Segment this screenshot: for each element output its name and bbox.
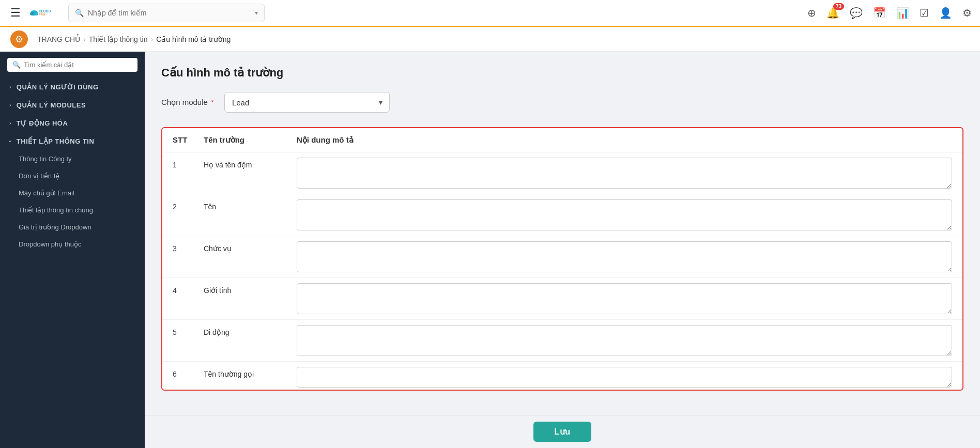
sidebar-group-header-tu-dong-hoa[interactable]: › TỰ ĐỘNG HÓA [0, 114, 145, 132]
sidebar-group-label-quan-ly-modules: QUẢN LÝ MODULES [17, 101, 86, 109]
row-num-3: 3 [173, 241, 204, 253]
sidebar-group-header-quan-ly-nguoi-dung[interactable]: › QUẢN LÝ NGƯỜI DÙNG [0, 78, 145, 96]
sidebar-search[interactable]: 🔍 [7, 58, 137, 72]
svg-text:PRO: PRO [39, 13, 45, 16]
module-select-wrapper[interactable]: Lead Contact Account Deal Task ▾ [224, 92, 390, 113]
col-header-ten-truong: Tên trường [204, 135, 297, 145]
save-bar: Lưu [145, 415, 980, 448]
row-textarea-5[interactable] [297, 325, 952, 356]
search-icon: 🔍 [75, 9, 84, 17]
module-select-label: Chọn module * [161, 98, 214, 107]
chart-icon[interactable]: 📊 [896, 7, 909, 19]
chevron-right-icon: › [9, 84, 11, 90]
svg-text:CLOUD: CLOUD [39, 9, 51, 13]
row-field-5: Di động [204, 325, 297, 336]
col-header-stt: STT [173, 135, 204, 145]
row-field-2: Tên [204, 199, 297, 211]
sidebar-group-label-tu-dong-hoa: TỰ ĐỘNG HÓA [17, 119, 68, 127]
sidebar-group-header-quan-ly-modules[interactable]: › QUẢN LÝ MODULES [0, 96, 145, 114]
breadcrumb-sep-1: › [83, 35, 86, 43]
required-indicator: * [211, 98, 214, 106]
field-description-table: STT Tên trường Nội dung mô tả 1 Họ và tê… [161, 127, 963, 391]
settings-icon[interactable]: ⚙ [962, 7, 972, 19]
row-textarea-3[interactable] [297, 241, 952, 272]
row-textarea-2[interactable] [297, 199, 952, 230]
sidebar-item-gia-tri-truong-dropdown[interactable]: Giá trị trường Dropdown [0, 219, 145, 236]
sidebar-group-label-thiet-lap-thong-tin: THIẾT LẬP THÔNG TIN [17, 137, 94, 145]
row-textarea-4[interactable] [297, 283, 952, 314]
notification-badge: 73 [833, 3, 844, 10]
sidebar-group-tu-dong-hoa: › TỰ ĐỘNG HÓA [0, 114, 145, 132]
checklist-icon[interactable]: ☑ [920, 7, 929, 19]
sidebar-item-may-chu-gui-email[interactable]: Máy chủ gửi Email [0, 184, 145, 202]
bell-icon[interactable]: 🔔 73 [826, 7, 839, 19]
row-field-1: Họ và tên đệm [204, 158, 297, 169]
sidebar-search-input[interactable] [24, 61, 132, 69]
sidebar-group-thiet-lap-thong-tin: › THIẾT LẬP THÔNG TIN Thông tin Công ty … [0, 132, 145, 253]
add-icon[interactable]: ⊕ [807, 7, 816, 19]
table-row: 2 Tên [162, 194, 962, 236]
breadcrumb-settings-icon: ⚙ [10, 30, 28, 48]
svg-point-2 [34, 12, 38, 16]
chevron-right-icon-3: › [9, 120, 11, 126]
sidebar-item-thong-tin-cong-ty[interactable]: Thông tin Công ty [0, 150, 145, 167]
row-num-1: 1 [173, 158, 204, 169]
logo-area: CLOUD PRO [29, 4, 52, 22]
breadcrumb: TRANG CHỦ › Thiết lập thông tin › Cấu hì… [37, 35, 231, 43]
breadcrumb-home[interactable]: TRANG CHỦ [37, 35, 80, 43]
module-select[interactable]: Lead Contact Account Deal Task [224, 92, 390, 113]
table-row: 1 Họ và tên đệm [162, 152, 962, 194]
row-num-2: 2 [173, 199, 204, 211]
page-title: Cấu hình mô tả trường [161, 66, 963, 80]
table-row: 4 Giới tính [162, 278, 962, 320]
row-textarea-1[interactable] [297, 158, 952, 189]
calendar-icon[interactable]: 📅 [873, 7, 886, 19]
table-row: 3 Chức vụ [162, 236, 962, 278]
sidebar-group-quan-ly-nguoi-dung: › QUẢN LÝ NGƯỜI DÙNG [0, 78, 145, 96]
module-select-row: Chọn module * Lead Contact Account Deal … [161, 92, 963, 113]
row-num-4: 4 [173, 283, 204, 295]
row-num-5: 5 [173, 325, 204, 336]
row-field-6: Tên thường gọi [204, 367, 297, 378]
sidebar-item-don-vi-tien-te[interactable]: Đơn vị tiền tệ [0, 167, 145, 184]
hamburger-icon[interactable]: ☰ [8, 4, 23, 22]
table-row: 6 Tên thường gọi [162, 362, 962, 390]
user-icon[interactable]: 👤 [939, 7, 952, 19]
chevron-right-icon-2: › [9, 102, 11, 108]
sidebar-item-thiet-lap-thong-tin-chung[interactable]: Thiết lập thông tin chung [0, 202, 145, 219]
row-field-3: Chức vụ [204, 241, 297, 253]
row-textarea-6[interactable] [297, 367, 952, 388]
breadcrumb-current: Cấu hình mô tả trường [156, 35, 231, 43]
sidebar-group-quan-ly-modules: › QUẢN LÝ MODULES [0, 96, 145, 114]
chevron-down-icon: › [7, 141, 13, 143]
search-dropdown-icon[interactable]: ▾ [255, 9, 258, 17]
breadcrumb-sep-2: › [151, 35, 154, 43]
table-row: 5 Di động [162, 320, 962, 362]
layout: 🔍 › QUẢN LÝ NGƯỜI DÙNG › QUẢN LÝ MODULES… [0, 52, 980, 448]
row-num-6: 6 [173, 367, 204, 378]
sidebar-item-dropdown-phu-thuoc[interactable]: Dropdown phụ thuộc [0, 236, 145, 253]
main-content: Cấu hình mô tả trường Chọn module * Lead… [145, 52, 980, 448]
sidebar: 🔍 › QUẢN LÝ NGƯỜI DÙNG › QUẢN LÝ MODULES… [0, 52, 145, 448]
top-navigation: ☰ CLOUD PRO 🔍 ▾ ⊕ 🔔 73 💬 📅 📊 ☑ 👤 ⚙ [0, 0, 980, 27]
row-field-4: Giới tính [204, 283, 297, 295]
sidebar-group-header-thiet-lap-thong-tin[interactable]: › THIẾT LẬP THÔNG TIN [0, 132, 145, 150]
table-header: STT Tên trường Nội dung mô tả [162, 128, 962, 152]
breadcrumb-bar: ⚙ TRANG CHỦ › Thiết lập thông tin › Cấu … [0, 27, 980, 52]
sidebar-group-label-quan-ly-nguoi-dung: QUẢN LÝ NGƯỜI DÙNG [17, 83, 99, 91]
save-button[interactable]: Lưu [533, 422, 591, 442]
breadcrumb-settings[interactable]: Thiết lập thông tin [89, 35, 148, 43]
topnav-right-icons: ⊕ 🔔 73 💬 📅 📊 ☑ 👤 ⚙ [807, 7, 972, 19]
chat-icon[interactable]: 💬 [850, 7, 863, 19]
sidebar-search-icon: 🔍 [12, 61, 21, 69]
search-bar[interactable]: 🔍 ▾ [68, 4, 265, 22]
col-header-noi-dung: Nội dung mô tả [297, 135, 952, 145]
search-input[interactable] [88, 9, 251, 17]
